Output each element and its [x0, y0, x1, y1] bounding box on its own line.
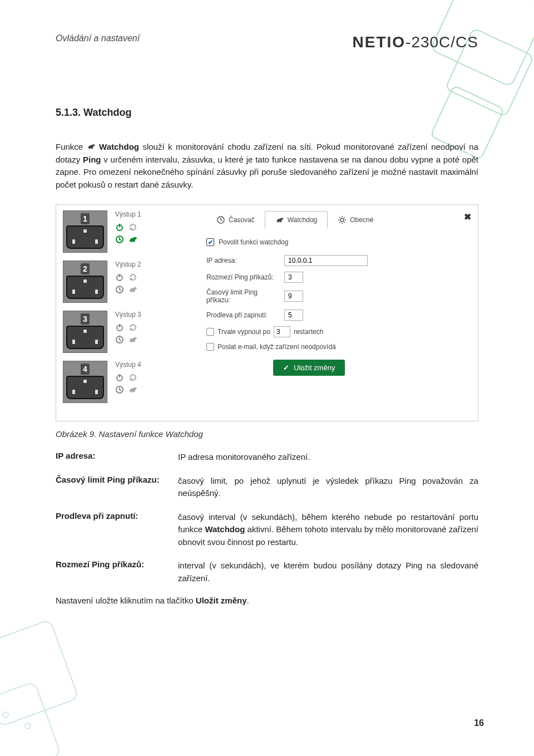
tab-label: Časovač: [229, 216, 255, 224]
dog-icon[interactable]: [128, 285, 137, 294]
svg-line-27: [339, 222, 340, 223]
refresh-icon[interactable]: [128, 323, 137, 332]
checkbox-label: Povolit funkci watchdog: [219, 238, 288, 246]
definition-row: Rozmezí Ping příkazů: interval (v sekund…: [56, 559, 478, 585]
send-email-checkbox[interactable]: [206, 343, 214, 351]
perm-off-count-input[interactable]: [274, 326, 290, 337]
outlet-row[interactable]: 4 Výstup 4: [63, 361, 196, 403]
dog-icon[interactable]: [128, 235, 137, 244]
breadcrumb: Ovládání a nastavení: [56, 33, 140, 43]
definition-row: IP adresa: IP adresa monitorovaného zaří…: [56, 451, 478, 464]
def-text: IP adresa monitorovaného zařízení.: [178, 452, 310, 462]
refresh-icon[interactable]: [128, 223, 137, 232]
clock-icon: [216, 215, 225, 224]
section-number: 5.1.3.: [56, 107, 81, 118]
clock-icon[interactable]: [115, 285, 124, 294]
socket-number: 4: [81, 364, 90, 375]
intro-text: v určeném intervalu, zásuvka, u které je…: [56, 155, 478, 189]
send-email-label: Poslat e-mail, když zařízení neodpovídá: [217, 343, 336, 351]
clock-icon[interactable]: [115, 385, 124, 394]
check-icon: ✓: [283, 364, 289, 372]
checkbox-icon: [206, 238, 214, 246]
intro-paragraph: Funkce Watchdog slouží k monitorování ch…: [56, 141, 478, 191]
power-icon[interactable]: [115, 373, 124, 382]
svg-point-5: [3, 712, 8, 718]
outro-text: Nastavení uložte kliknutím na tlačítko: [56, 596, 196, 605]
socket-number: 2: [81, 263, 90, 274]
intro-bold-ping: Ping: [83, 155, 101, 164]
outro-paragraph: Nastavení uložte kliknutím na tlačítko U…: [56, 596, 478, 605]
outlet-row[interactable]: 3 Výstup 3: [63, 311, 196, 353]
tab-timer[interactable]: Časovač: [206, 212, 265, 228]
logo-main: NETIO: [353, 33, 406, 51]
svg-point-20: [340, 218, 344, 222]
def-term: Rozmezí Ping příkazů:: [56, 559, 172, 585]
product-logo: NETIO-230C/CS: [353, 33, 479, 51]
svg-line-26: [344, 222, 345, 223]
tab-label: Obecné: [350, 216, 373, 224]
tab-general[interactable]: Obecné: [328, 212, 383, 228]
def-desc: časový interval (v sekundách), během kte…: [178, 511, 478, 549]
socket-number: 1: [81, 213, 90, 224]
def-desc: interval (v sekundách), ve kterém budou …: [178, 559, 478, 585]
section-title: Watchdog: [83, 107, 131, 118]
ping-timeout-label: Časový limit Ping příkazu:: [206, 288, 279, 304]
ip-input[interactable]: [284, 255, 368, 266]
save-button[interactable]: ✓ Uložit změny: [273, 360, 345, 376]
power-icon[interactable]: [115, 223, 124, 232]
def-term: IP adresa:: [56, 451, 172, 464]
page-number: 16: [474, 718, 484, 728]
ping-range-label: Rozmezí Ping příkazů:: [206, 273, 279, 281]
svg-point-6: [25, 723, 31, 729]
close-icon[interactable]: ✖: [464, 212, 471, 222]
save-button-label: Uložit změny: [294, 364, 335, 372]
figure-caption: Obrázek 9. Nastavení funkce Watchdog: [56, 429, 478, 439]
perm-off-checkbox[interactable]: [206, 328, 214, 336]
startup-delay-label: Prodleva při zapnutí:: [206, 311, 279, 319]
outlet-label: Výstup 1: [115, 210, 141, 218]
svg-line-28: [344, 217, 345, 218]
ip-label: IP adresa:: [206, 257, 279, 264]
tab-bar: Časovač Watchdog Obecné: [206, 210, 471, 228]
refresh-icon[interactable]: [128, 273, 137, 282]
refresh-icon[interactable]: [128, 373, 137, 382]
startup-delay-input[interactable]: [284, 310, 303, 321]
def-term: Prodleva při zapnutí:: [56, 511, 172, 549]
svg-rect-3: [0, 620, 78, 726]
dog-icon[interactable]: [128, 385, 137, 394]
intro-bold-watchdog: Watchdog: [99, 142, 139, 151]
outlet-sidebar: 1 Výstup 1: [63, 210, 196, 411]
dog-icon: [87, 142, 96, 151]
outlet-row[interactable]: 1 Výstup 1: [63, 210, 196, 253]
ping-range-input[interactable]: [284, 272, 303, 283]
clock-icon[interactable]: [115, 335, 124, 344]
outlet-row[interactable]: 2 Výstup 2: [63, 261, 196, 303]
ping-timeout-input[interactable]: [284, 291, 303, 302]
def-text: interval (v sekundách), ve kterém budou …: [178, 561, 478, 583]
config-pane: ✖ Časovač Watchdog Obecné: [206, 210, 471, 411]
dog-icon: [275, 215, 284, 224]
enable-watchdog-checkbox[interactable]: Povolit funkci watchdog: [206, 238, 471, 246]
perm-off-label-post: restartech: [294, 328, 323, 336]
svg-line-25: [339, 217, 340, 218]
section-heading: 5.1.3. Watchdog: [56, 107, 478, 119]
gear-icon: [338, 215, 347, 224]
outro-text: .: [246, 596, 249, 605]
socket-image: 2: [63, 261, 107, 303]
socket-image: 3: [63, 311, 107, 353]
socket-image: 4: [63, 361, 107, 403]
outlet-label: Výstup 4: [115, 361, 141, 369]
outlet-label: Výstup 3: [115, 311, 141, 318]
power-icon[interactable]: [115, 323, 124, 332]
tab-watchdog[interactable]: Watchdog: [265, 211, 328, 229]
def-term: Časový limit Ping příkazu:: [56, 475, 172, 500]
socket-image: 1: [63, 210, 107, 253]
def-desc: IP adresa monitorovaného zařízení.: [178, 451, 478, 464]
intro-text: Funkce: [56, 142, 87, 151]
def-desc: časový limit, po jehož uplynutí je výsle…: [178, 475, 478, 500]
power-icon[interactable]: [115, 273, 124, 282]
definition-list: IP adresa: IP adresa monitorovaného zaří…: [56, 451, 478, 585]
def-text: časový limit, po jehož uplynutí je výsle…: [178, 476, 478, 498]
clock-icon[interactable]: [115, 235, 124, 244]
dog-icon[interactable]: [128, 335, 137, 344]
